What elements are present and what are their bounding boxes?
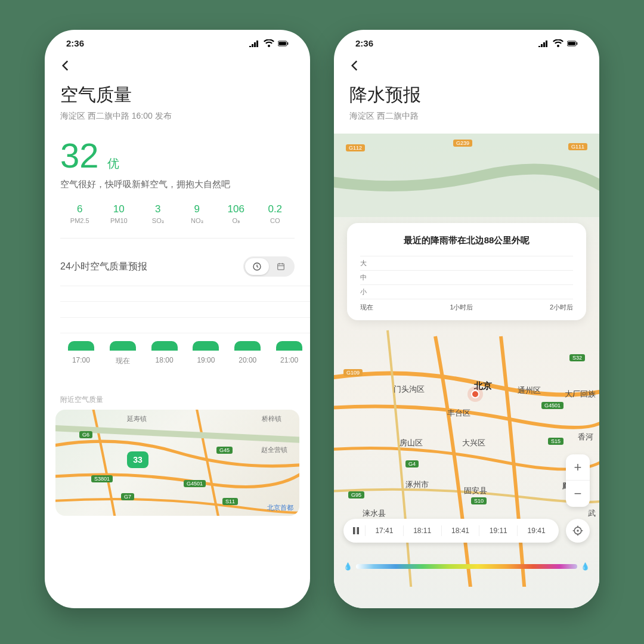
drop-small-icon: 💧 [343, 562, 352, 571]
pollutant-so2[interactable]: 3SO₂ [138, 203, 178, 225]
status-time: 2:36 [66, 38, 84, 48]
city-label: 武 [588, 508, 596, 519]
aqi-level: 优 [107, 156, 119, 172]
map-place: 延寿镇 [127, 414, 147, 423]
map-place: 桥梓镇 [262, 414, 281, 423]
toggle-daily-button[interactable] [269, 258, 293, 275]
page-title: 空气质量 [60, 83, 295, 107]
city-label: 固安县 [464, 485, 487, 496]
signal-icon [249, 39, 260, 48]
zoom-out-button[interactable]: − [566, 481, 590, 507]
aqi-section: 32 优 空气很好，快呼吸新鲜空气，拥抱大自然吧 6PM2.5 10PM10 3… [45, 130, 310, 242]
road-tag: G239 [453, 140, 472, 147]
timeline-slot[interactable]: 18:41 [441, 525, 479, 536]
pause-button[interactable] [347, 527, 365, 535]
city-label: 门头沟区 [394, 384, 425, 395]
nearby-map[interactable]: G6 G45 S3801 G4501 G7 S11 延寿镇 桥梓镇 赵全营镇 北… [55, 410, 299, 516]
status-icons [249, 39, 289, 48]
road-tag: G45 [216, 447, 233, 454]
locate-button[interactable] [566, 519, 590, 543]
rain-level-mid: 中 [360, 271, 573, 285]
battery-icon [278, 39, 289, 48]
chart-label: 17:00 [60, 356, 102, 366]
phone-air-quality: 2:36 空气质量 海淀区 西二旗中路 16:00 发布 32 优 空气很好，快… [45, 30, 310, 608]
road-tag: G112 [346, 144, 365, 151]
svg-rect-12 [357, 527, 360, 534]
road-tag: G111 [568, 143, 587, 150]
rain-forecast-card: 最近的降雨带在北边88公里外呢 大 中 小 现在 1小时后 2小时后 [347, 223, 586, 320]
chart-label: 18:00 [144, 356, 185, 366]
timeline-slot[interactable]: 18:11 [403, 525, 441, 536]
pollutant-pm10[interactable]: 10PM10 [100, 203, 139, 225]
pollutant-co[interactable]: 0.2CO [256, 203, 295, 225]
status-time: 2:36 [355, 38, 373, 48]
rain-time: 1小时后 [450, 303, 473, 312]
nearby-label: 附近空气质量 [45, 372, 310, 410]
page-subtitle: 海淀区 西二旗中路 16:00 发布 [60, 111, 295, 122]
forecast-chart[interactable]: 17:00 现在 18:00 19:00 20:00 21:00 [45, 283, 310, 372]
city-label: 大兴区 [462, 438, 485, 448]
wifi-icon [553, 39, 564, 48]
crosshair-icon [572, 525, 584, 537]
battery-icon [567, 39, 578, 48]
pollutant-o3[interactable]: 106O₃ [216, 203, 256, 225]
road-tag: S11 [222, 498, 238, 505]
timeline-slot[interactable]: 17:41 [365, 525, 403, 536]
map-place: 北京首都 [267, 503, 293, 512]
drop-large-icon: 💧 [581, 562, 590, 571]
page-header: 空气质量 海淀区 西二旗中路 16:00 发布 [45, 78, 310, 130]
map-aqi-pin[interactable]: 33 [127, 451, 148, 476]
calendar-icon [276, 262, 286, 271]
rain-level-high: 大 [360, 256, 573, 271]
wifi-icon [264, 39, 274, 48]
city-label: 房山区 [400, 438, 423, 448]
map-place: 赵全营镇 [261, 445, 287, 454]
city-label: 丰台区 [447, 408, 470, 419]
nav-row [45, 52, 310, 78]
svg-rect-7 [577, 42, 577, 44]
back-icon[interactable] [347, 58, 363, 73]
timeline-slot[interactable]: 19:41 [517, 525, 555, 536]
nav-row [334, 52, 599, 78]
zoom-in-button[interactable]: + [566, 454, 590, 481]
page-title: 降水预报 [349, 83, 584, 107]
pollutant-pm25[interactable]: 6PM2.5 [60, 203, 100, 225]
city-label: 香河 [578, 432, 593, 442]
timeline-slot[interactable]: 19:11 [479, 525, 517, 536]
road-tag: G4501 [541, 402, 564, 409]
chart-label: 现在 [102, 356, 144, 366]
timeline-scrubber[interactable]: 17:41 18:11 18:41 19:11 19:41 [343, 519, 559, 543]
precipitation-map[interactable]: G112 G239 G111 G109 S32 G4501 G4 S15 G95… [334, 134, 599, 608]
rain-levels: 大 中 小 [360, 256, 573, 299]
pollutant-row: 6PM2.5 10PM10 3SO₂ 9NO₂ 106O₃ 0.2CO [60, 203, 295, 239]
svg-rect-1 [278, 42, 286, 45]
forecast-title: 24小时空气质量预报 [60, 261, 147, 273]
rain-time: 2小时后 [550, 303, 573, 312]
city-label: 通州区 [518, 385, 541, 396]
road-tag: S15 [548, 438, 564, 445]
svg-rect-6 [568, 42, 575, 45]
road-tag: S3801 [91, 475, 113, 482]
road-tag: G109 [343, 369, 363, 376]
rain-level-low: 小 [360, 285, 573, 299]
road-tag: G4501 [184, 480, 206, 487]
zoom-controls: + − [566, 454, 590, 507]
aqi-description: 空气很好，快呼吸新鲜空气，拥抱大自然吧 [60, 179, 295, 190]
pollutant-no2[interactable]: 9NO₂ [178, 203, 217, 225]
road-tag: G6 [79, 431, 92, 438]
intensity-legend: 💧 💧 [343, 561, 590, 572]
chart-label: 19:00 [185, 356, 227, 366]
phone-precipitation: 2:36 降水预报 海淀区 西二旗中路 G112 G239 G111 G109 … [334, 30, 599, 608]
road-tag: S32 [569, 354, 585, 361]
svg-rect-4 [278, 264, 284, 270]
city-label: 涞水县 [363, 508, 386, 519]
view-toggle [243, 256, 295, 277]
pause-icon [352, 527, 360, 535]
rain-time: 现在 [360, 303, 373, 312]
aqi-value: 32 [60, 138, 99, 173]
page-subtitle: 海淀区 西二旗中路 [349, 111, 584, 122]
toggle-hourly-button[interactable] [245, 258, 269, 275]
road-tag: G95 [348, 491, 364, 499]
back-icon[interactable] [58, 58, 73, 73]
road-tag: G7 [121, 493, 134, 500]
